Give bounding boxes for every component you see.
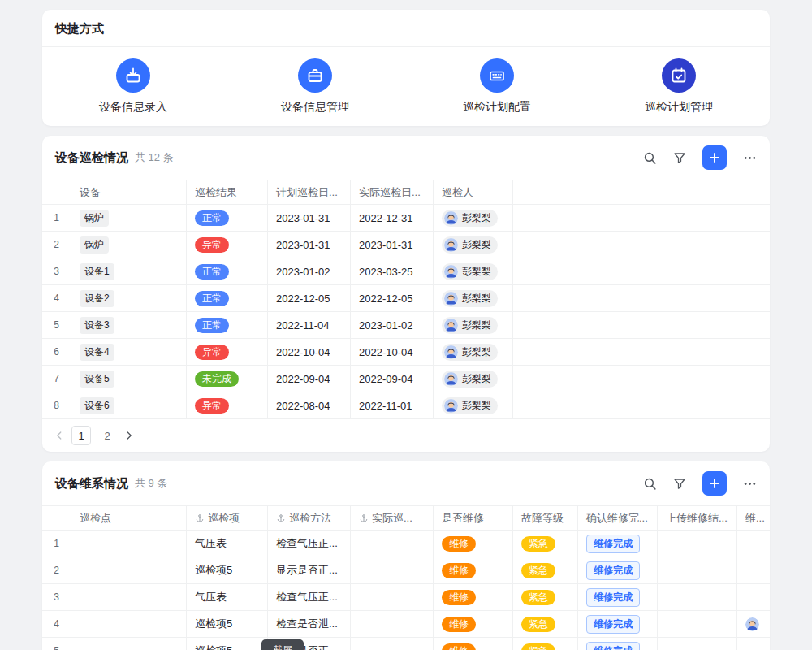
- method-cell: 检查是否泄...: [268, 611, 351, 637]
- repair-done-button[interactable]: 维修完成: [586, 535, 640, 553]
- empty-cell: [513, 232, 770, 258]
- filter-icon[interactable]: [673, 477, 686, 490]
- col-actual-date[interactable]: 实际巡检日...: [351, 180, 434, 204]
- status-badge: 正常: [195, 210, 229, 226]
- table-row[interactable]: 5 巡检项5 显示是否正... 维修 紧急 维修完成: [42, 638, 770, 650]
- status-badge: 异常: [195, 237, 229, 253]
- repair-cell: 维修: [434, 638, 513, 650]
- pagination-page-1[interactable]: 1: [71, 426, 91, 445]
- add-record-button[interactable]: [702, 145, 727, 170]
- shortcut-device-entry[interactable]: 设备信息录入: [42, 58, 224, 115]
- col-device[interactable]: 设备: [71, 180, 187, 204]
- table-row[interactable]: 3 气压表 检查气压正... 维修 紧急 维修完成: [42, 584, 770, 611]
- table-row[interactable]: 3 设备1 正常 2023-01-02 2023-03-25 彭梨梨: [42, 258, 770, 285]
- device-cell: 锅炉: [71, 205, 187, 231]
- col-upload[interactable]: 上传维修结...: [658, 506, 737, 530]
- row-number: 7: [42, 366, 71, 392]
- table-row[interactable]: 1 锅炉 正常 2023-01-31 2022-12-31 彭梨梨: [42, 205, 770, 232]
- add-record-button[interactable]: [702, 471, 727, 496]
- shortcut-plan-config[interactable]: 巡检计划配置: [406, 58, 588, 115]
- shortcut-plan-manage[interactable]: 巡检计划管理: [588, 58, 770, 115]
- device-entry-icon: [116, 58, 150, 93]
- col-item[interactable]: 巡检项: [187, 506, 268, 530]
- last-cell: [737, 611, 770, 637]
- col-level[interactable]: 故障等级: [513, 506, 578, 530]
- inspector-cell: 彭梨梨: [434, 312, 513, 338]
- repair-done-button[interactable]: 维修完成: [586, 615, 640, 634]
- col-planned-date[interactable]: 计划巡检日...: [268, 180, 351, 204]
- shortcuts-title: 快捷方式: [42, 10, 770, 47]
- row-number: 4: [42, 285, 71, 311]
- inspector-name: 彭梨梨: [462, 345, 491, 359]
- shortcut-device-manage[interactable]: 设备信息管理: [224, 58, 406, 115]
- table-row[interactable]: 4 巡检项5 检查是否泄... 维修 紧急 维修完成: [42, 611, 770, 638]
- col-result[interactable]: 巡检结果: [187, 180, 268, 204]
- user-avatar: [444, 211, 458, 225]
- col-confirm[interactable]: 确认维修完...: [578, 506, 658, 530]
- pagination-prev-button[interactable]: [54, 430, 65, 441]
- repair-done-button[interactable]: 维修完成: [586, 642, 640, 650]
- result-cell: 异常: [187, 392, 268, 418]
- table-row[interactable]: 4 设备2 正常 2022-12-05 2022-12-05 彭梨梨: [42, 285, 770, 312]
- confirm-cell: 维修完成: [578, 611, 658, 637]
- row-number: 3: [42, 584, 71, 610]
- table-row[interactable]: 2 巡检项5 显示是否正... 维修 紧急 维修完成: [42, 557, 770, 584]
- search-icon[interactable]: [643, 151, 657, 165]
- status-badge: 异常: [195, 398, 229, 414]
- planned-date-cell: 2022-11-04: [268, 312, 351, 338]
- empty-cell: [513, 312, 770, 338]
- level-badge: 紧急: [521, 563, 555, 578]
- device-tag: 设备6: [80, 397, 114, 414]
- planned-date-cell: 2022-08-04: [268, 392, 351, 418]
- actual-date-cell: 2023-01-31: [351, 232, 434, 258]
- device-cell: 锅炉: [71, 232, 187, 258]
- pagination-next-button[interactable]: [123, 430, 135, 441]
- table-row[interactable]: 7 设备5 未完成 2022-09-04 2022-09-04 彭梨梨: [42, 366, 770, 392]
- table-row[interactable]: 5 设备3 正常 2022-11-04 2023-01-02 彭梨梨: [42, 312, 770, 339]
- planned-date-cell: 2023-01-02: [268, 258, 351, 284]
- col-inspector[interactable]: 巡检人: [434, 180, 513, 204]
- col-actual[interactable]: 实际巡...: [351, 506, 434, 530]
- pagination-page-2[interactable]: 2: [97, 426, 117, 445]
- planned-date-cell: 2022-10-04: [268, 339, 351, 365]
- maintenance-count: 共 9 条: [135, 476, 167, 491]
- col-last[interactable]: 维...: [737, 506, 770, 530]
- user-avatar: [444, 345, 458, 359]
- shortcuts-row: 设备信息录入 设备信息管理 巡检计划配置: [42, 47, 770, 126]
- method-cell: 显示是否正...: [268, 557, 351, 583]
- device-tag: 锅炉: [80, 236, 109, 254]
- inspector-cell: 彭梨梨: [434, 205, 513, 231]
- table-row[interactable]: 8 设备6 异常 2022-08-04 2022-11-01 彭梨梨: [42, 392, 770, 419]
- actual-cell: [351, 611, 434, 637]
- col-point[interactable]: 巡检点: [71, 506, 187, 530]
- device-manage-icon: [298, 58, 332, 93]
- repair-done-button[interactable]: 维修完成: [586, 561, 640, 580]
- actual-cell: [351, 638, 434, 650]
- user-avatar: [444, 238, 458, 252]
- user-avatar: [444, 318, 458, 332]
- person-chip: 彭梨梨: [442, 236, 498, 254]
- point-cell: [71, 557, 187, 583]
- repair-done-button[interactable]: 维修完成: [586, 588, 640, 607]
- point-cell: [71, 638, 187, 650]
- more-icon[interactable]: [743, 477, 757, 491]
- status-badge: 未完成: [195, 371, 239, 387]
- level-badge: 紧急: [521, 536, 555, 552]
- level-cell: 紧急: [513, 611, 578, 637]
- inspector-cell: 彭梨梨: [434, 339, 513, 365]
- plan-config-icon: [480, 58, 514, 93]
- search-icon[interactable]: [643, 477, 657, 491]
- col-filler: [513, 180, 770, 204]
- filter-icon[interactable]: [673, 151, 686, 164]
- col-method[interactable]: 巡检方法: [268, 506, 351, 530]
- last-cell: [737, 584, 770, 610]
- col-repair[interactable]: 是否维修: [434, 506, 513, 530]
- more-icon[interactable]: [743, 151, 757, 165]
- actual-cell: [351, 557, 434, 583]
- repair-badge: 维修: [442, 536, 476, 552]
- table-row[interactable]: 1 气压表 检查气压正... 维修 紧急 维修完成: [42, 531, 770, 557]
- device-tag: 设备2: [80, 290, 114, 307]
- table-row[interactable]: 2 锅炉 异常 2023-01-31 2023-01-31 彭梨梨: [42, 232, 770, 258]
- maintenance-table-header: 巡检点 巡检项 巡检方法 实际巡... 是否维修 故障等级 确认维修完... 上…: [42, 505, 770, 531]
- table-row[interactable]: 6 设备4 异常 2022-10-04 2022-10-04 彭梨梨: [42, 339, 770, 366]
